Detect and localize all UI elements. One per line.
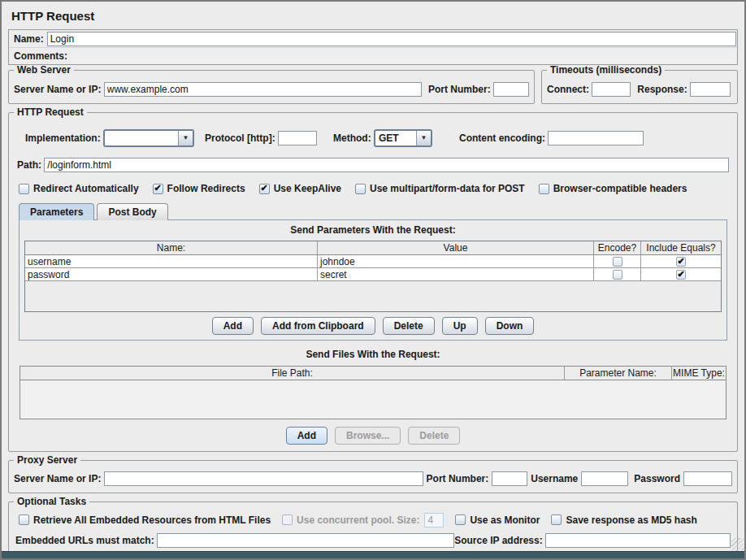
column-header-mime-type: MIME Type: — [672, 367, 726, 380]
encode-checkbox[interactable] — [613, 270, 622, 280]
encode-checkbox[interactable] — [613, 257, 622, 267]
implementation-select[interactable]: ▼ — [103, 129, 194, 147]
checkbox-box[interactable] — [19, 514, 29, 525]
checkbox-box[interactable] — [455, 514, 466, 525]
checkbox-box[interactable] — [539, 184, 549, 194]
embedded-urls-label: Embedded URLs must match: — [15, 535, 154, 546]
method-select[interactable]: GET ▼ — [374, 129, 432, 147]
down-button[interactable]: Down — [485, 317, 535, 335]
path-label: Path: — [17, 159, 41, 171]
protocol-label: Protocol [http]: — [205, 132, 275, 144]
add-button[interactable]: Add — [212, 317, 254, 335]
param-name-cell[interactable]: username — [25, 255, 318, 268]
optional-tasks-checkbox-row: Retrieve All Embedded Resources from HTM… — [19, 513, 729, 527]
table-row[interactable]: password secret — [25, 268, 721, 281]
web-server-group: Web Server Server Name or IP: Port Numbe… — [8, 70, 535, 104]
checkbox-box[interactable] — [153, 184, 163, 194]
tab-post-body[interactable]: Post Body — [97, 203, 167, 220]
pool-size-input[interactable] — [424, 513, 444, 527]
parameters-table: Name: Value Encode? Include Equals? user… — [24, 241, 722, 312]
table-row[interactable]: username johndoe — [25, 255, 721, 268]
timeouts-group: Timeouts (milliseconds) Connect: Respons… — [541, 70, 738, 104]
proxy-username-input[interactable] — [581, 471, 628, 486]
source-ip-input[interactable] — [545, 533, 731, 548]
proxy-server-name-label: Server Name or IP: — [14, 473, 101, 484]
comments-input[interactable] — [71, 49, 736, 63]
chevron-down-icon[interactable]: ▼ — [178, 131, 193, 145]
files-table: File Path: Parameter Name: MIME Type: — [20, 366, 726, 419]
checkbox-redirect-automatically[interactable]: Redirect Automatically — [19, 183, 139, 194]
parameters-tabs: Parameters Post Body — [19, 203, 737, 220]
resize-grip[interactable] — [731, 538, 744, 550]
checkbox-use-as-monitor[interactable]: Use as Monitor — [455, 514, 540, 526]
column-header-value: Value — [318, 241, 594, 255]
parameters-tab-panel: Send Parameters With the Request: Name: … — [19, 219, 727, 341]
proxy-server-group-title: Proxy Server — [14, 455, 80, 466]
proxy-port-label: Port Number: — [427, 473, 489, 484]
port-number-input[interactable] — [493, 82, 529, 97]
parameters-table-header: Name: Value Encode? Include Equals? — [25, 241, 721, 255]
proxy-password-label: Password — [634, 473, 680, 484]
browse-button[interactable]: Browse... — [335, 427, 401, 445]
proxy-server-name-input[interactable] — [104, 471, 423, 486]
optional-tasks-fields-row: Embedded URLs must match: Source IP addr… — [15, 532, 731, 549]
checkbox-box[interactable] — [355, 184, 366, 194]
timeouts-group-title: Timeouts (milliseconds) — [547, 65, 665, 76]
proxy-port-input[interactable] — [492, 471, 527, 486]
proxy-password-input[interactable] — [683, 471, 732, 486]
include-equals-checkbox[interactable] — [676, 270, 686, 280]
embedded-urls-input[interactable] — [157, 533, 454, 548]
files-buttons: Add Browse... Delete — [9, 427, 737, 445]
checkbox-browser-compatible-headers[interactable]: Browser-compatible headers — [539, 183, 687, 194]
delete-file-button[interactable]: Delete — [408, 427, 460, 445]
delete-button[interactable]: Delete — [383, 317, 435, 335]
name-comments-box: Name: Comments: — [8, 29, 738, 65]
name-row: Name: — [9, 30, 737, 47]
up-button[interactable]: Up — [442, 317, 478, 335]
add-file-button[interactable]: Add — [286, 427, 327, 445]
comments-label: Comments: — [10, 50, 71, 62]
http-request-group-title: HTTP Request — [14, 107, 87, 118]
param-value-cell[interactable]: secret — [318, 268, 594, 281]
checkbox-box[interactable] — [551, 514, 562, 525]
server-name-label: Server Name or IP: — [14, 84, 101, 95]
web-server-group-title: Web Server — [14, 65, 74, 76]
checkbox-use-keepalive[interactable]: Use KeepAlive — [259, 183, 341, 194]
path-input[interactable] — [44, 158, 729, 172]
checkbox-retrieve-embedded-resources[interactable]: Retrieve All Embedded Resources from HTM… — [19, 514, 271, 526]
http-request-sampler-panel: HTTP Request Name: Comments: Web Server … — [0, 0, 746, 560]
checkbox-box[interactable] — [259, 184, 270, 194]
checkbox-save-response-md5[interactable]: Save response as MD5 hash — [551, 514, 696, 526]
param-name-cell[interactable]: password — [25, 268, 318, 281]
checkbox-follow-redirects[interactable]: Follow Redirects — [153, 183, 245, 194]
add-from-clipboard-button[interactable]: Add from Clipboard — [261, 317, 375, 335]
include-equals-checkbox[interactable] — [676, 257, 686, 267]
checkbox-concurrent-pool[interactable]: Use concurrent pool. Size: — [282, 514, 419, 526]
connect-timeout-input[interactable] — [592, 82, 631, 97]
implementation-row: Implementation: ▼ Protocol [http]: Metho… — [17, 129, 729, 147]
response-timeout-label: Response: — [637, 84, 687, 95]
tab-parameters[interactable]: Parameters — [19, 203, 94, 220]
implementation-label: Implementation: — [25, 132, 101, 144]
server-name-input[interactable] — [104, 82, 422, 97]
name-input[interactable] — [47, 32, 736, 46]
options-checkbox-row: Redirect Automatically Follow Redirects … — [19, 182, 729, 195]
param-value-cell[interactable]: johndoe — [318, 255, 594, 268]
port-number-label: Port Number: — [428, 84, 491, 95]
page-title: HTTP Request — [11, 9, 744, 24]
chevron-down-icon[interactable]: ▼ — [416, 131, 431, 145]
checkbox-box[interactable] — [19, 184, 29, 194]
server-timeouts-row: Web Server Server Name or IP: Port Numbe… — [2, 70, 744, 104]
protocol-input[interactable] — [278, 131, 317, 145]
proxy-server-group: Proxy Server Server Name or IP: Port Num… — [8, 460, 738, 493]
response-timeout-input[interactable] — [690, 82, 731, 97]
connect-timeout-label: Connect: — [547, 84, 589, 95]
parameters-buttons: Add Add from Clipboard Delete Up Down — [24, 317, 722, 335]
content-encoding-input[interactable] — [548, 131, 644, 145]
window-bottom-bar — [2, 551, 744, 558]
checkbox-box[interactable] — [282, 514, 293, 525]
column-header-encode: Encode? — [594, 241, 641, 255]
path-row: Path: — [17, 157, 729, 173]
column-header-file-path: File Path: — [20, 367, 565, 380]
checkbox-multipart-post[interactable]: Use multipart/form-data for POST — [355, 183, 525, 194]
